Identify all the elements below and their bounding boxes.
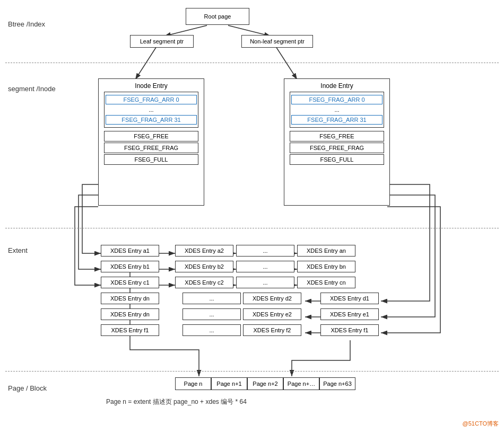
fseg-frag-arr-31-right: FSEG_FRAG_ARR 31: [291, 115, 383, 125]
root-page-box: Root page: [186, 8, 249, 25]
dashed-line-2: [5, 228, 499, 228]
fseg-frag-arr-0-left: FSEG_FRAG_ARR 0: [106, 95, 197, 104]
xdes-e2: XDES Entry e2: [243, 308, 301, 320]
svg-line-3: [228, 25, 271, 36]
xdes-b1: XDES Entry b1: [101, 261, 159, 272]
xdes-en-left: XDES Entry dn: [101, 308, 159, 320]
right-inode-title: Inode Entry: [284, 79, 389, 92]
xdes-f2: XDES Entry f2: [243, 324, 301, 336]
fseg-frag-arr-0-right: FSEG_FRAG_ARR 0: [291, 95, 383, 104]
xdes-d-dots: ...: [183, 293, 241, 304]
segment-label: segment /Inode: [8, 85, 56, 93]
page-ndots: Page n+…: [283, 377, 319, 390]
xdes-c1: XDES Entry c1: [101, 277, 159, 288]
xdes-d2: XDES Entry d2: [243, 293, 301, 304]
xdes-b-dots: ...: [236, 261, 294, 272]
xdes-d1: XDES Entry d1: [320, 293, 379, 304]
watermark: @51CTO博客: [463, 420, 499, 428]
svg-line-4: [135, 47, 157, 79]
xdes-cn: XDES Entry cn: [297, 277, 355, 288]
xdes-bn: XDES Entry bn: [297, 261, 355, 272]
formula: Page n = extent 描述页 page_no + xdes 编号 * …: [106, 397, 247, 407]
non-leaf-seg-ptr-box: Non-leaf segment ptr: [241, 35, 313, 48]
page-n: Page n: [175, 377, 211, 390]
xdes-an: XDES Entry an: [297, 245, 355, 257]
page-n2: Page n+2: [247, 377, 283, 390]
leaf-seg-ptr-box: Leaf segment ptr: [130, 35, 194, 48]
fseg-free-right: FSEG_FREE: [290, 131, 384, 142]
fseg-dots-right: ...: [291, 106, 383, 113]
svg-line-5: [276, 47, 297, 79]
xdes-dn-left: XDES Entry dn: [101, 293, 159, 304]
left-inode-container: Inode Entry FSEG_FRAG_ARR 0 ... FSEG_FRA…: [98, 78, 204, 206]
fseg-full-right: FSEG_FULL: [290, 154, 384, 165]
fseg-free-left: FSEG_FREE: [104, 131, 198, 142]
svg-line-2: [164, 25, 207, 36]
xdes-b2: XDES Entry b2: [175, 261, 233, 272]
xdes-a2: XDES Entry a2: [175, 245, 233, 257]
xdes-f1-right: XDES Entry f1: [320, 324, 379, 336]
xdes-a1: XDES Entry a1: [101, 245, 159, 257]
xdes-f1-left: XDES Entry f1: [101, 324, 159, 336]
xdes-e-dots: ...: [183, 308, 241, 320]
xdes-f-dots: ...: [183, 324, 241, 336]
right-inode-container: Inode Entry FSEG_FRAG_ARR 0 ... FSEG_FRA…: [284, 78, 390, 206]
dashed-line-1: [5, 63, 499, 63]
fseg-dots-left: ...: [106, 106, 197, 113]
page-n63: Page n+63: [319, 377, 355, 390]
arrows-svg: [0, 0, 504, 433]
xdes-a-dots: ...: [236, 245, 294, 257]
btree-label: Btree /Index: [8, 20, 45, 28]
xdes-c2: XDES Entry c2: [175, 277, 233, 288]
left-inode-title: Inode Entry: [99, 79, 204, 92]
xdes-e1: XDES Entry e1: [320, 308, 379, 320]
fseg-full-left: FSEG_FULL: [104, 154, 198, 165]
fseg-free-frag-right: FSEG_FREE_FRAG: [290, 143, 384, 153]
page-block-label: Page / Block: [8, 384, 47, 392]
extent-label: Extent: [8, 246, 28, 254]
fseg-free-frag-left: FSEG_FREE_FRAG: [104, 143, 198, 153]
page-n1: Page n+1: [211, 377, 247, 390]
dashed-line-3: [5, 371, 499, 372]
xdes-c-dots: ...: [236, 277, 294, 288]
fseg-frag-arr-31-left: FSEG_FRAG_ARR 31: [106, 115, 197, 125]
diagram-container: Btree /Index segment /Inode Extent Page …: [0, 0, 504, 433]
